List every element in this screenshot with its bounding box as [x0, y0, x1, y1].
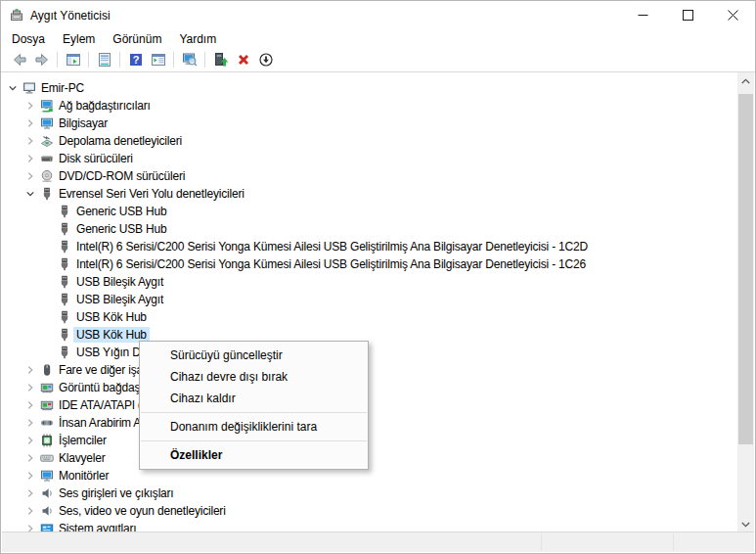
tree-row[interactable]: Ses girişleri ve çıkışları	[2, 485, 737, 502]
tree-row[interactable]: Intel(R) 6 Serisi/C200 Serisi Yonga Küme…	[2, 238, 737, 255]
usb-device-icon	[58, 257, 71, 271]
chevron-placeholder	[41, 222, 55, 236]
tree-row[interactable]: İşlemciler	[2, 432, 737, 449]
properties-button[interactable]	[96, 52, 113, 69]
uninstall-device-button[interactable]	[235, 52, 252, 69]
menu-item-uninstall-device[interactable]: Cihazı kaldır	[140, 388, 368, 409]
chevron-expanded-icon[interactable]	[6, 81, 20, 95]
tree-row[interactable]: Fare ve diğer işaret aygıtları	[2, 361, 737, 379]
chevron-placeholder	[41, 240, 55, 254]
tree-row[interactable]: USB Yığın Depolama Aygıtı	[2, 344, 737, 361]
chevron-expanded-icon[interactable]	[23, 187, 37, 201]
tree-row[interactable]: IDE ATA/ATAPI denetleyicileri	[2, 396, 737, 414]
chevron-placeholder	[41, 293, 55, 306]
tree-row[interactable]: Ağ bağdaştırıcıları	[2, 97, 737, 115]
menu-dosya[interactable]: Dosya	[3, 30, 54, 48]
update-driver-button[interactable]	[212, 52, 230, 69]
toolbar-separator	[57, 52, 58, 68]
show-console-tree-button[interactable]	[65, 52, 82, 69]
tree-item-label: USB Bileşik Aygıt	[73, 274, 166, 290]
tree-row[interactable]: Emir-PC	[2, 79, 737, 97]
tree-item-label: Intel(R) 6 Serisi/C200 Serisi Yonga Küme…	[73, 239, 591, 254]
tree-row[interactable]: Intel(R) 6 Serisi/C200 Serisi Yonga Küme…	[2, 255, 737, 273]
menu-eylem[interactable]: Eylem	[54, 30, 104, 48]
tree-row[interactable]: Depolama denetleyicileri	[2, 132, 737, 150]
chevron-collapsed-icon[interactable]	[23, 469, 37, 483]
tree-row[interactable]: Generic USB Hub	[2, 203, 737, 220]
back-arrow-icon	[12, 52, 27, 68]
vertical-scrollbar[interactable]	[737, 72, 754, 532]
chevron-collapsed-icon[interactable]	[23, 416, 37, 430]
tree-row[interactable]: USB Kök Hub	[2, 326, 737, 344]
tree-item-label: Evrensel Seri Veri Yolu denetleyicileri	[56, 186, 247, 202]
scrollbar-down-icon[interactable]	[737, 516, 754, 532]
properties-icon	[97, 52, 112, 68]
usb-device-icon	[58, 310, 71, 324]
tree-row[interactable]: USB Bileşik Aygıt	[2, 291, 737, 308]
tree-row[interactable]: Evrensel Seri Veri Yolu denetleyicileri	[2, 185, 737, 203]
chevron-collapsed-icon[interactable]	[23, 363, 37, 377]
menu-item-properties[interactable]: Özellikler	[140, 444, 368, 466]
scrollbar-thumb[interactable]	[738, 94, 753, 444]
statusbar-separator	[673, 533, 674, 551]
action-pane-icon	[151, 52, 166, 68]
chevron-collapsed-icon[interactable]	[23, 504, 37, 518]
menu-yardim[interactable]: Yardım	[170, 30, 225, 48]
tree-item-label: DVD/CD-ROM sürücüleri	[56, 168, 188, 184]
chevron-collapsed-icon[interactable]	[23, 486, 37, 500]
console-tree-icon	[66, 52, 81, 68]
tree-item-label: Ses, video ve oyun denetleyicileri	[56, 503, 229, 519]
chevron-collapsed-icon[interactable]	[23, 134, 37, 148]
window-controls	[620, 1, 755, 29]
tree-row[interactable]: USB Kök Hub	[2, 308, 737, 326]
menu-item-disable-device[interactable]: Cihazı devre dışı bırak	[140, 366, 368, 388]
chevron-collapsed-icon[interactable]	[23, 116, 37, 130]
tree-item-label: Ağ bağdaştırıcıları	[56, 98, 154, 114]
menubar: Dosya Eylem Görünüm Yardım	[1, 29, 755, 48]
mouse-device-icon	[40, 363, 54, 377]
scan-hardware-changes-button[interactable]	[181, 52, 199, 69]
chevron-collapsed-icon[interactable]	[23, 451, 37, 465]
tree-row[interactable]: Ses, video ve oyun denetleyicileri	[2, 502, 737, 520]
maximize-button[interactable]	[665, 1, 710, 29]
menu-item-update-driver[interactable]: Sürücüyü güncelleştir	[140, 345, 368, 366]
scrollbar-up-icon[interactable]	[737, 72, 754, 89]
forward-button[interactable]	[33, 52, 51, 69]
chevron-collapsed-icon[interactable]	[23, 152, 37, 165]
chevron-collapsed-icon[interactable]	[23, 169, 37, 183]
toolbar: ?	[1, 48, 755, 72]
tree-row[interactable]: USB Bileşik Aygıt	[2, 273, 737, 291]
tree-row[interactable]: İnsan Arabirim Aygıtları	[2, 414, 737, 432]
tree-row[interactable]: Disk sürücüleri	[2, 150, 737, 167]
dvd-drive-icon	[40, 169, 54, 183]
menu-item-scan-hardware-changes[interactable]: Donanım değişikliklerini tara	[140, 416, 368, 438]
close-button[interactable]	[710, 1, 755, 29]
computer-pc-icon	[22, 81, 36, 95]
monitor-icon	[40, 116, 54, 130]
disable-device-button[interactable]	[257, 52, 275, 69]
chevron-collapsed-icon[interactable]	[23, 381, 37, 394]
usb-device-icon	[40, 187, 54, 201]
device-manager-window: Aygıt Yöneticisi Dosya Eylem Görünüm Yar…	[0, 0, 756, 554]
tree-item-label: USB Kök Hub	[73, 309, 150, 325]
back-button[interactable]	[11, 52, 28, 69]
chevron-collapsed-icon[interactable]	[23, 398, 37, 412]
tree-row[interactable]: Bilgisayar	[2, 115, 737, 132]
help-button[interactable]: ?	[127, 52, 145, 69]
tree-row[interactable]: Monitörler	[2, 467, 737, 485]
uninstall-x-icon	[236, 52, 251, 68]
toolbar-separator	[119, 52, 120, 68]
show-action-pane-button[interactable]	[150, 52, 167, 69]
tree-row[interactable]: Klavyeler	[2, 449, 737, 467]
tree-row[interactable]: DVD/CD-ROM sürücüleri	[2, 167, 737, 185]
menu-gorunum[interactable]: Görünüm	[104, 30, 170, 48]
tree-row[interactable]: Görüntü bağdaştırıcıları	[2, 379, 737, 396]
minimize-button[interactable]	[620, 1, 665, 29]
tree-item-label: İşlemciler	[56, 433, 110, 448]
chevron-collapsed-icon[interactable]	[23, 99, 37, 113]
menu-separator	[141, 412, 367, 413]
tree-row[interactable]: Generic USB Hub	[2, 220, 737, 238]
device-manager-app-icon	[9, 8, 24, 23]
hid-device-icon	[40, 416, 54, 430]
chevron-collapsed-icon[interactable]	[23, 434, 37, 447]
